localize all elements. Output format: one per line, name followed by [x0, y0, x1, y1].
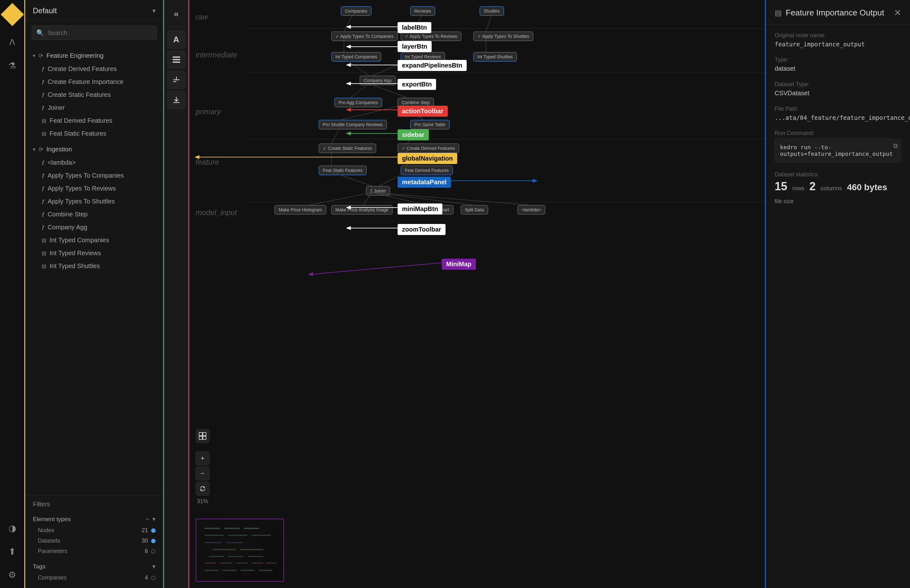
filter-companies-dot[interactable] [151, 576, 155, 580]
metadata-title: Feature Importance Output [786, 8, 884, 18]
run-command-text: kedro run --to-outputs=feature_importanc… [780, 144, 893, 157]
tree-section-feature-engineering: ▾ ⟳ Feature Engineering ƒ Create Derived… [25, 48, 163, 141]
node-create-derived-features[interactable]: ✓ Create Derived Features [398, 144, 459, 153]
search-input[interactable] [47, 29, 152, 37]
filter-caret-btn[interactable]: ▾ [152, 515, 155, 523]
sidebar-tree: ▾ ⟳ Feature Engineering ƒ Create Derived… [25, 45, 163, 495]
node-apply-types-companies[interactable]: ✓ Apply Types To Companies [331, 32, 398, 41]
minimap[interactable] [196, 519, 284, 582]
tree-item-create-derived-features[interactable]: ƒ Create Derived Features [25, 63, 163, 75]
svg-rect-39 [199, 436, 202, 439]
collapse-btn[interactable]: « [168, 5, 185, 23]
tree-item-int-typed-companies[interactable]: ▤ Int Typed Companies [25, 234, 163, 247]
meta-value-original-node-name: feature_importance_output [775, 41, 901, 48]
node-int-typed-shuttles[interactable]: Int Typed Shuttles [473, 52, 517, 61]
tree-item-lambda[interactable]: ƒ <lambda> [25, 156, 163, 169]
tree-item-int-typed-reviews[interactable]: ▤ Int Typed Reviews [25, 247, 163, 260]
node-prn-agg-companies[interactable]: Prn Agg Companies [335, 98, 382, 107]
app-logo[interactable] [1, 3, 24, 26]
meta-field-file-path: File Path: ...ata/04_feature/feature_imp… [775, 106, 901, 121]
filter-minus-btn[interactable]: − [146, 516, 149, 523]
node-feat-static-features[interactable]: Feat Static Features [319, 166, 367, 175]
svg-rect-1 [173, 59, 180, 60]
filter-nodes-dot[interactable] [151, 528, 155, 533]
export-btn[interactable] [168, 91, 185, 109]
node-split-data[interactable]: Split Data [461, 205, 488, 215]
tree-item-apply-shuttles[interactable]: ƒ Apply Types To Shuttles [25, 195, 163, 208]
dataset-stats: 15 rows 2 columns 460 bytes file size [775, 180, 901, 205]
svg-line-22 [350, 84, 369, 98]
node-reviews[interactable]: Reviews [410, 6, 435, 16]
item-label-create-feature-importance: Create Feature Importance [48, 78, 123, 86]
stat-rows-label: rows [792, 185, 804, 192]
meta-field-type: Type: dataset [775, 57, 901, 72]
metadata-header: ▤ Feature Importance Output ✕ [766, 0, 910, 24]
node-int-typed-companies[interactable]: Int Typed Companies [331, 52, 381, 61]
filter-companies-label: Companies [38, 574, 66, 581]
svg-rect-38 [203, 433, 206, 436]
function-icon-0: ƒ [42, 66, 45, 72]
node-lambda[interactable]: <lambda> [517, 205, 545, 215]
zoom-in-btn[interactable]: + [196, 451, 210, 465]
filter-companies-count: 4 [145, 574, 148, 581]
dataset-icon-int-reviews: ▤ [42, 250, 46, 256]
item-label-apply-reviews: Apply Types To Reviews [48, 185, 116, 192]
nav-share-icon[interactable]: ⬆ [5, 544, 19, 558]
tree-group-ingestion[interactable]: ▾ ⟳ Ingestion [25, 142, 163, 156]
filter-nodes-count: 21 [142, 527, 148, 534]
filter-nodes-label: Nodes [38, 527, 54, 534]
stat-file-size: 460 bytes [847, 183, 887, 192]
svg-rect-40 [203, 436, 206, 439]
node-apply-types-shuttles[interactable]: ✓ Apply Types To Shuttles [473, 32, 533, 41]
stat-columns-number: 2 [809, 180, 816, 193]
tree-item-apply-reviews[interactable]: ƒ Apply Types To Reviews [25, 182, 163, 195]
function-icon-3: ƒ [42, 105, 45, 111]
tree-item-apply-companies[interactable]: ƒ Apply Types To Companies [25, 169, 163, 182]
nav-settings-icon[interactable]: ⚙ [5, 568, 19, 582]
node-shuttles[interactable]: Shuttles [480, 6, 504, 16]
tree-item-combine-step[interactable]: ƒ Combine Step [25, 208, 163, 221]
node-prn-spine-table[interactable]: Prn Spine Table [410, 120, 449, 129]
node-feat-derived-features[interactable]: Feat Derived Features [401, 166, 453, 175]
expand-pipelines-btn[interactable] [168, 71, 185, 89]
pipeline-selector-chevron[interactable]: ▾ [152, 7, 155, 15]
nav-pipeline-icon[interactable]: Λ [5, 36, 19, 49]
node-create-static-features[interactable]: ✓ Create Static Features [319, 144, 376, 153]
svg-line-32 [309, 192, 372, 205]
node-company-app[interactable]: Company App [360, 76, 396, 85]
filters-title: Filters [33, 501, 155, 508]
layer-btn[interactable] [168, 51, 185, 68]
filter-tags-caret[interactable]: ▾ [152, 563, 155, 570]
pipeline-selector-label[interactable]: Default [33, 6, 57, 15]
node-combine-step[interactable]: Combine Step [398, 98, 434, 107]
tree-item-feat-static-features[interactable]: ▤ Feat Static Features [25, 127, 163, 140]
meta-label-type: Type: [775, 57, 901, 63]
tree-group-feature-engineering[interactable]: ▾ ⟳ Feature Engineering [25, 49, 163, 63]
tree-item-create-feature-importance[interactable]: ƒ Create Feature Importance [25, 75, 163, 88]
filter-parameters-dot[interactable] [151, 549, 155, 554]
search-bar: 🔍 [32, 26, 157, 40]
filter-datasets-dot[interactable] [151, 539, 155, 543]
node-joiner[interactable]: ƒ Joiner [366, 186, 390, 195]
tree-item-create-static-features[interactable]: ƒ Create Static Features [25, 88, 163, 101]
tree-item-feat-derived-features[interactable]: ▤ Feat Derived Features [25, 114, 163, 127]
zoom-out-btn[interactable]: − [196, 467, 210, 480]
tree-item-int-typed-shuttles[interactable]: ▤ Int Typed Shuttles [25, 260, 163, 273]
tree-item-company-agg[interactable]: ƒ Company Agg [25, 221, 163, 234]
nav-experiment-icon[interactable]: ⚗ [5, 59, 19, 73]
minimap-btn[interactable] [196, 429, 210, 443]
label-btn[interactable]: A [168, 31, 185, 48]
node-apply-types-reviews[interactable]: ✓ Apply Types To Reviews [401, 32, 461, 41]
node-create-matplotib-chart[interactable]: Create Matplotib Chart [401, 205, 453, 215]
node-make-price-analysis[interactable]: Make Price Analysis Image [331, 205, 393, 215]
node-make-price-histogram[interactable]: Make Price Histogram [275, 205, 326, 215]
node-prn-shuttle-reviews[interactable]: Prn Shuttle Company Reviews [319, 120, 387, 129]
node-companies[interactable]: Companies [341, 6, 372, 16]
meta-label-dataset-stats: Dataset statistics: [775, 171, 901, 178]
metadata-close-btn[interactable]: ✕ [894, 8, 901, 18]
copy-run-command-btn[interactable]: ⧉ [893, 142, 898, 150]
tree-item-joiner[interactable]: ƒ Joiner [25, 101, 163, 114]
node-int-typed-reviews[interactable]: Int Typed Reviews [401, 52, 445, 61]
zoom-reset-btn[interactable] [196, 482, 210, 496]
nav-theme-icon[interactable]: ◑ [5, 521, 19, 535]
